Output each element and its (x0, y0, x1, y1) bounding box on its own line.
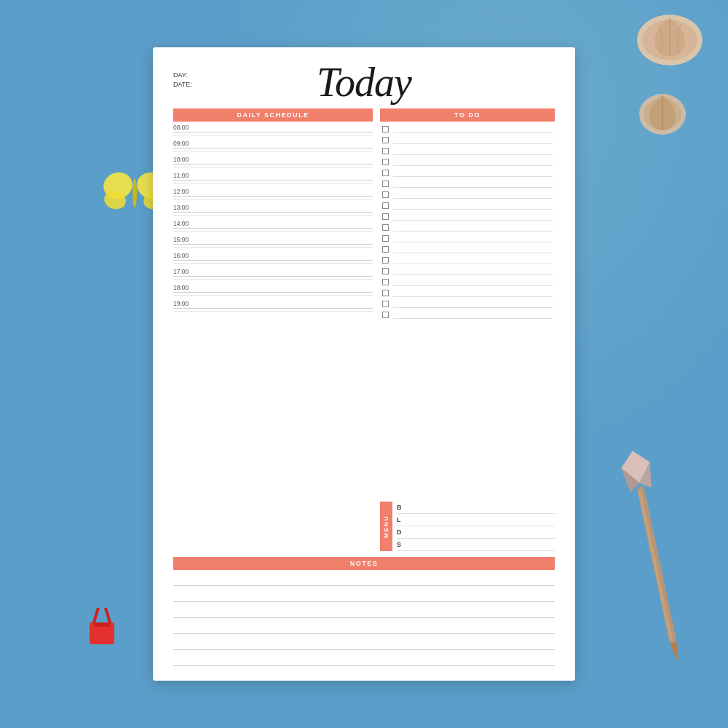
schedule-line (173, 212, 373, 213)
todo-item (380, 124, 555, 134)
schedule-line (173, 260, 373, 261)
menu-item-breakfast: B (397, 502, 555, 514)
todo-checkbox[interactable] (382, 312, 389, 318)
todo-item (380, 244, 555, 254)
schedule-line (173, 164, 373, 165)
schedule-line (173, 244, 373, 245)
schedule-item-1800: 18:00 (173, 282, 373, 298)
todo-item (380, 146, 555, 156)
page-title: Today (232, 62, 496, 103)
todo-checkbox[interactable] (382, 279, 389, 285)
todo-checkbox[interactable] (382, 191, 389, 198)
time-1900: 19:00 (173, 300, 373, 307)
schedule-line-light (173, 295, 373, 296)
schedule-line-light (173, 183, 373, 183)
time-1100: 11:00 (173, 172, 373, 179)
todo-item (380, 211, 555, 221)
schedule-line (173, 148, 373, 149)
schedule-item-1200: 12:00 (173, 186, 373, 202)
svg-point-4 (132, 178, 137, 207)
notes-header: NOTES (173, 557, 555, 570)
schedule-line (173, 132, 373, 132)
todo-checkbox[interactable] (382, 181, 389, 187)
todo-checkbox[interactable] (382, 257, 389, 264)
svg-line-7 (94, 608, 98, 622)
schedule-line-light (173, 199, 373, 199)
main-content: DAILY SCHEDULE 08:00 09:00 10:00 (173, 108, 555, 551)
todo-item (380, 277, 555, 287)
schedule-item-1700: 17:00 (173, 266, 373, 282)
menu-label: MENU (380, 502, 392, 551)
todo-item (380, 157, 555, 167)
todo-checkbox[interactable] (382, 301, 389, 307)
day-label: DAY: (173, 71, 232, 79)
shell-top-right (630, 4, 710, 72)
time-1800: 18:00 (173, 284, 373, 291)
menu-letter-l: L (397, 516, 405, 523)
svg-rect-17 (638, 490, 673, 640)
notes-line (173, 586, 555, 602)
todo-checkbox[interactable] (382, 235, 389, 242)
time-1000: 10:00 (173, 156, 373, 163)
todo-item (380, 233, 555, 243)
todo-checkbox[interactable] (382, 290, 389, 296)
todo-item (380, 178, 555, 189)
schedule-item-0800: 08:00 (173, 122, 373, 138)
todo-checkbox[interactable] (382, 224, 389, 231)
todo-checkbox[interactable] (382, 268, 389, 274)
schedule-line (173, 180, 373, 181)
todo-checkbox[interactable] (382, 126, 389, 132)
menu-item-snack: S (397, 539, 555, 551)
todo-checkbox[interactable] (382, 170, 389, 176)
todo-list (380, 122, 555, 499)
time-1700: 17:00 (173, 268, 373, 275)
notes-line (173, 650, 555, 666)
todo-checkbox[interactable] (382, 148, 389, 154)
date-label: DATE: (173, 81, 232, 88)
time-1500: 15:00 (173, 236, 373, 243)
menu-letter-b: B (397, 504, 405, 511)
menu-letter-s: S (397, 541, 405, 548)
menu-item-line (405, 520, 555, 521)
notes-line (173, 602, 555, 618)
schedule-line-light (173, 167, 373, 167)
schedule-line-light (173, 311, 373, 312)
daily-schedule-header: DAILY SCHEDULE (173, 108, 373, 122)
todo-checkbox[interactable] (382, 202, 389, 209)
todo-item (380, 189, 555, 199)
notes-line (173, 618, 555, 634)
todo-checkbox[interactable] (382, 137, 389, 143)
time-1600: 16:00 (173, 252, 373, 259)
binder-clip-decoration (84, 608, 120, 652)
todo-header: TO DO (380, 108, 555, 122)
todo-item (380, 167, 555, 178)
right-column: TO DO (380, 108, 555, 551)
schedule-item-1300: 13:00 (173, 202, 373, 218)
svg-line-8 (106, 608, 110, 622)
paper-header: DAY: DATE: Today (173, 66, 555, 103)
todo-checkbox[interactable] (382, 246, 389, 253)
schedule-list: 08:00 09:00 10:00 11:00 (173, 122, 373, 551)
todo-item (380, 200, 555, 210)
time-1300: 13:00 (173, 204, 373, 211)
schedule-line (173, 276, 373, 277)
todo-checkbox[interactable] (382, 159, 389, 165)
schedule-line (173, 196, 373, 197)
todo-item (380, 135, 555, 145)
menu-item-line (405, 532, 555, 533)
left-column: DAILY SCHEDULE 08:00 09:00 10:00 (173, 108, 373, 551)
schedule-item-1900: 19:00 (173, 298, 373, 314)
menu-item-dinner: D (397, 526, 555, 539)
schedule-line-light (173, 215, 373, 215)
menu-section: MENU B L D S (380, 502, 555, 551)
todo-item (380, 298, 555, 309)
schedule-line-light (173, 263, 373, 264)
schedule-item-1600: 16:00 (173, 250, 373, 266)
schedule-line-light (173, 135, 373, 135)
todo-checkbox[interactable] (382, 213, 389, 220)
schedule-line (173, 228, 373, 229)
menu-item-line (405, 545, 555, 545)
schedule-item-1100: 11:00 (173, 170, 373, 186)
notes-lines (173, 570, 555, 666)
time-1200: 12:00 (173, 188, 373, 195)
